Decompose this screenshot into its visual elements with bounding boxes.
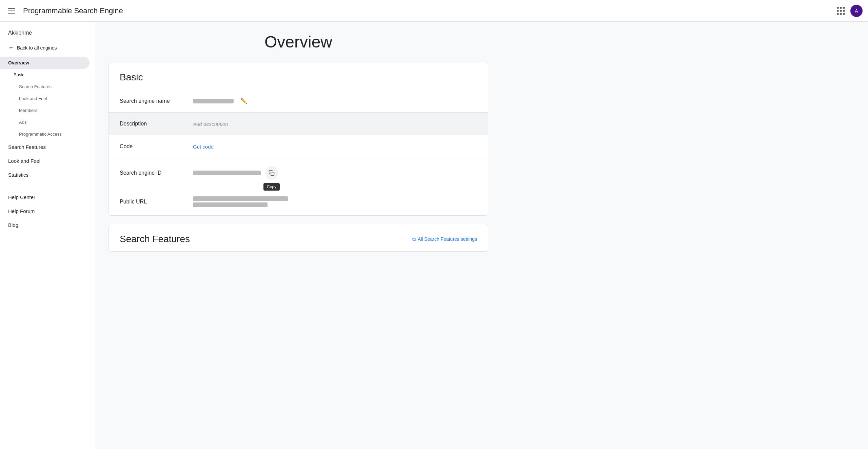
sidebar-item-members-label: Members — [19, 108, 37, 113]
sidebar-item-look-and-feel-top[interactable]: Look and Feel — [0, 154, 90, 168]
code-label: Code — [120, 143, 188, 150]
settings-link-label: All Search Features settings — [418, 236, 477, 242]
svg-rect-0 — [271, 172, 274, 176]
sidebar-item-look-and-feel-top-label: Look and Feel — [8, 158, 40, 164]
sidebar-item-programmatic-access-label: Programmatic Access — [19, 132, 62, 137]
sidebar-divider — [0, 186, 95, 186]
copy-button[interactable]: Copy — [265, 166, 278, 180]
topbar-left: Programmable Search Engine — [5, 5, 123, 16]
sidebar-item-statistics-label: Statistics — [8, 172, 28, 178]
search-engine-id-value: Copy — [193, 166, 477, 180]
sidebar-brand: Akkiprime — [0, 27, 95, 41]
edit-icon[interactable]: ✏️ — [240, 98, 247, 104]
search-engine-id-label: Search engine ID — [120, 170, 188, 176]
apps-icon[interactable] — [837, 7, 845, 15]
sidebar-item-help-center-label: Help Center — [8, 194, 35, 200]
get-code-link[interactable]: Get code — [193, 144, 477, 150]
sidebar-item-search-features-label: Search Features — [19, 84, 52, 89]
basic-card-title: Basic — [109, 62, 488, 90]
sidebar-item-look-and-feel[interactable]: Look and Feel — [0, 93, 90, 104]
field-search-engine-name: Search engine name ✏️ — [109, 90, 488, 113]
sidebar-item-search-features[interactable]: Search Features — [0, 81, 90, 93]
field-public-url: Public URL — [109, 188, 488, 215]
hamburger-menu[interactable] — [5, 5, 18, 16]
sidebar-item-members[interactable]: Members — [0, 104, 90, 116]
external-link-icon: ⧉ — [412, 236, 416, 242]
search-features-card: Search Features ⧉ All Search Features se… — [108, 224, 488, 252]
copy-icon — [269, 170, 275, 176]
sidebar-item-basic[interactable]: Basic — [0, 69, 90, 81]
sidebar-item-overview-label: Overview — [8, 60, 29, 65]
search-engine-name-label: Search engine name — [120, 98, 188, 104]
sidebar-item-basic-label: Basic — [14, 72, 24, 77]
page-title: Overview — [108, 33, 488, 51]
sidebar-item-help-forum-label: Help Forum — [8, 208, 35, 214]
app-title: Programmable Search Engine — [23, 6, 123, 15]
field-description[interactable]: Description Add description — [109, 113, 488, 135]
basic-card: Basic Search engine name ✏️ Description … — [108, 62, 488, 216]
sidebar-item-overview[interactable]: Overview — [0, 57, 90, 69]
sidebar-item-help-center[interactable]: Help Center — [0, 190, 90, 204]
sidebar-item-search-features-top[interactable]: Search Features — [0, 140, 90, 154]
sidebar-item-programmatic-access[interactable]: Programmatic Access — [0, 128, 90, 140]
description-value: Add description — [193, 121, 477, 127]
public-url-blurred-2 — [193, 202, 268, 207]
public-url-value[interactable] — [193, 196, 477, 207]
all-search-features-settings-link[interactable]: ⧉ All Search Features settings — [412, 236, 477, 242]
copy-tooltip: Copy — [263, 183, 280, 191]
description-label: Description — [120, 121, 188, 127]
sidebar-item-ads[interactable]: Ads — [0, 116, 90, 128]
main-content: Overview Basic Search engine name ✏️ Des… — [95, 22, 502, 449]
field-search-engine-id: Search engine ID Copy — [109, 158, 488, 188]
sidebar: Akkiprime ← Back to all engines Overview… — [0, 22, 95, 449]
sidebar-item-look-and-feel-label: Look and Feel — [19, 96, 47, 101]
field-code: Code Get code — [109, 135, 488, 158]
sidebar-back-button[interactable]: ← Back to all engines — [0, 41, 95, 57]
topbar: Programmable Search Engine A — [0, 0, 868, 22]
search-engine-id-blurred — [193, 171, 261, 175]
topbar-right: A — [837, 5, 863, 17]
sidebar-item-blog[interactable]: Blog — [0, 218, 90, 232]
sidebar-item-search-features-top-label: Search Features — [8, 144, 46, 150]
search-engine-name-value: ✏️ — [193, 98, 477, 104]
sidebar-item-statistics[interactable]: Statistics — [0, 168, 90, 182]
sidebar-item-blog-label: Blog — [8, 222, 18, 228]
back-label: Back to all engines — [17, 45, 57, 51]
user-avatar[interactable]: A — [850, 5, 863, 17]
public-url-blurred-1 — [193, 196, 288, 201]
search-engine-name-blurred — [193, 99, 234, 103]
layout: Akkiprime ← Back to all engines Overview… — [0, 0, 868, 449]
search-features-header: Search Features ⧉ All Search Features se… — [109, 224, 488, 251]
sidebar-item-ads-label: Ads — [19, 120, 26, 125]
search-features-title: Search Features — [120, 234, 190, 245]
back-arrow-icon: ← — [8, 44, 14, 51]
sidebar-item-help-forum[interactable]: Help Forum — [0, 204, 90, 218]
public-url-label: Public URL — [120, 199, 188, 205]
